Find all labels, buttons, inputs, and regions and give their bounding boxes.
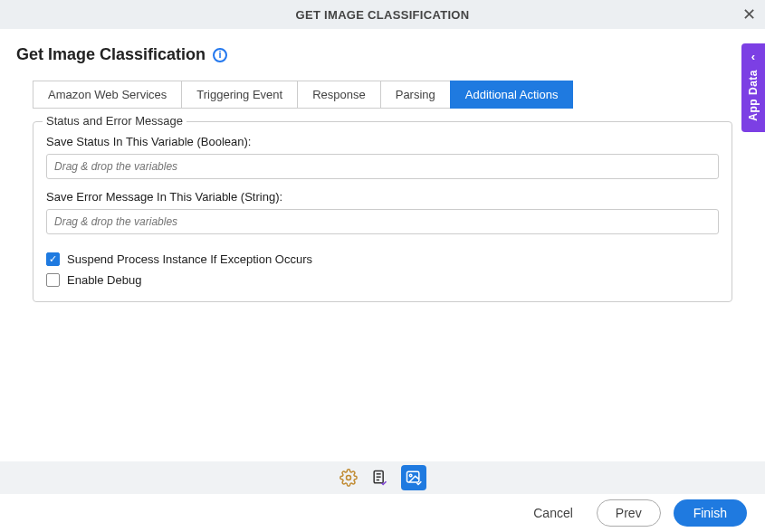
- status-variable-input[interactable]: [46, 154, 719, 179]
- debug-checkbox[interactable]: [46, 273, 60, 287]
- tab-additional-actions[interactable]: Additional Actions: [450, 81, 574, 109]
- page-header: Get Image Classification i: [16, 45, 749, 64]
- prev-button[interactable]: Prev: [597, 499, 661, 527]
- tab-triggering-event[interactable]: Triggering Event: [181, 81, 298, 109]
- finish-button[interactable]: Finish: [674, 499, 747, 527]
- info-icon[interactable]: i: [213, 48, 227, 62]
- content-area: Get Image Classification i Amazon Web Se…: [0, 29, 765, 302]
- tab-response[interactable]: Response: [297, 81, 381, 109]
- tabs: Amazon Web Services Triggering Event Res…: [33, 81, 749, 109]
- chevron-left-icon: ‹: [751, 51, 755, 62]
- document-check-icon[interactable]: [370, 469, 388, 487]
- tab-parsing[interactable]: Parsing: [380, 81, 451, 109]
- button-bar: Cancel Prev Finish: [0, 494, 765, 532]
- fieldset-status-error: Status and Error Message Save Status In …: [33, 121, 732, 302]
- cancel-button[interactable]: Cancel: [522, 500, 584, 526]
- page-title: Get Image Classification: [16, 45, 206, 64]
- fieldset-legend: Status and Error Message: [43, 114, 186, 128]
- error-variable-label: Save Error Message In This Variable (Str…: [46, 190, 719, 204]
- error-variable-input[interactable]: [46, 209, 719, 234]
- bottom-toolbar: [0, 461, 765, 494]
- svg-point-6: [409, 474, 412, 477]
- debug-checkbox-row: Enable Debug: [46, 273, 719, 287]
- debug-checkbox-label: Enable Debug: [67, 273, 141, 287]
- app-data-label: App Data: [747, 70, 760, 121]
- titlebar-title: GET IMAGE CLASSIFICATION: [296, 8, 470, 22]
- settings-icon[interactable]: [339, 469, 358, 487]
- image-check-icon[interactable]: [401, 465, 426, 490]
- titlebar: GET IMAGE CLASSIFICATION ✕: [0, 0, 765, 29]
- tab-amazon-web-services[interactable]: Amazon Web Services: [33, 81, 182, 109]
- suspend-checkbox-label: Suspend Process Instance If Exception Oc…: [67, 252, 312, 266]
- svg-point-0: [346, 476, 350, 480]
- suspend-checkbox-row: ✓ Suspend Process Instance If Exception …: [46, 252, 719, 266]
- close-icon[interactable]: ✕: [742, 6, 756, 23]
- status-variable-label: Save Status In This Variable (Boolean):: [46, 135, 719, 148]
- app-data-side-tab[interactable]: ‹ App Data: [741, 43, 765, 132]
- suspend-checkbox[interactable]: ✓: [46, 252, 60, 266]
